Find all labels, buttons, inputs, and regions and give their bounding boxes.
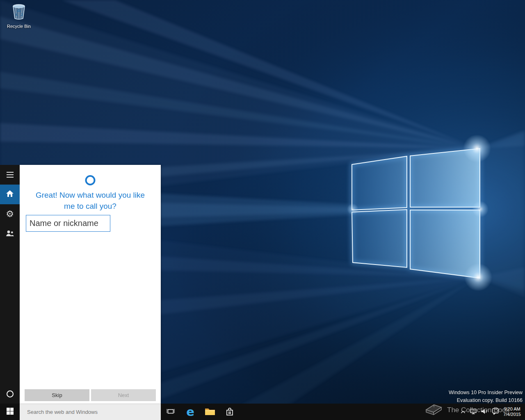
home-icon bbox=[6, 190, 14, 199]
sidebar-item-cortana[interactable] bbox=[0, 384, 20, 404]
start-button[interactable] bbox=[0, 404, 20, 420]
task-view-button[interactable] bbox=[161, 404, 180, 420]
hamburger-icon bbox=[7, 172, 14, 178]
panel-button-row: Skip Next bbox=[25, 389, 156, 401]
cortana-prompt-line2: me to call you? bbox=[20, 201, 161, 212]
cortana-sidebar: ⚙ bbox=[0, 165, 20, 404]
book-icon bbox=[424, 402, 443, 418]
sidebar-item-feedback[interactable] bbox=[0, 224, 20, 244]
search-input[interactable] bbox=[20, 404, 161, 420]
people-icon bbox=[6, 230, 14, 238]
skip-button[interactable]: Skip bbox=[25, 389, 89, 401]
folder-icon bbox=[205, 407, 215, 417]
collection-book-text: The Collection Book bbox=[447, 406, 509, 414]
cortana-prompt: Great! Now what would you like me to cal… bbox=[20, 189, 161, 212]
cortana-setup-panel: Great! Now what would you like me to cal… bbox=[20, 165, 161, 404]
file-explorer-button[interactable] bbox=[200, 404, 220, 420]
sidebar-item-settings[interactable]: ⚙ bbox=[0, 204, 20, 224]
edge-browser-button[interactable]: e bbox=[180, 404, 200, 420]
hamburger-menu-button[interactable] bbox=[0, 165, 20, 185]
recycle-bin-shortcut[interactable]: Recycle Bin bbox=[2, 2, 36, 29]
cortana-prompt-line1: Great! Now what would you like bbox=[20, 189, 161, 201]
taskbar-search bbox=[20, 404, 161, 420]
recycle-bin-label: Recycle Bin bbox=[7, 24, 31, 29]
store-bag-icon bbox=[226, 407, 234, 417]
name-input[interactable] bbox=[26, 215, 110, 232]
gear-icon: ⚙ bbox=[6, 210, 14, 219]
next-button[interactable]: Next bbox=[91, 389, 156, 401]
sidebar-item-home[interactable] bbox=[0, 185, 20, 204]
cortana-ring-icon bbox=[7, 390, 14, 397]
task-view-icon bbox=[167, 408, 175, 416]
build-watermark-line1: Windows 10 Pro Insider Preview bbox=[449, 389, 523, 397]
store-button[interactable] bbox=[220, 404, 240, 420]
collection-book-watermark: The Collection Book bbox=[424, 402, 509, 418]
edge-icon: e bbox=[186, 406, 194, 418]
recycle-bin-icon bbox=[10, 2, 27, 22]
cortana-logo-icon bbox=[85, 175, 96, 185]
windows-logo-icon bbox=[7, 408, 14, 416]
